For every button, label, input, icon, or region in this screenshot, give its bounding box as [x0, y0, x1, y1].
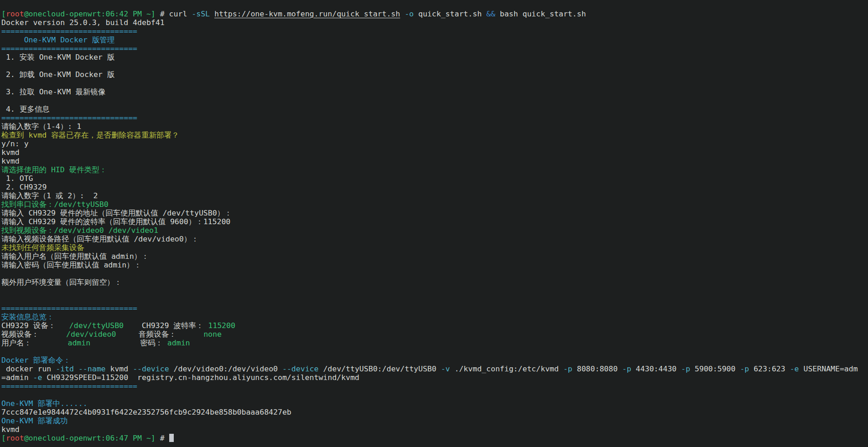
terminal-line: ==============================	[1, 113, 868, 122]
terminal-line: 请输入视频设备路径（回车使用默认值 /dev/video0）：	[1, 235, 868, 243]
terminal-line: y/n: y	[1, 139, 868, 148]
text-segment: --name	[78, 365, 106, 373]
terminal-line: 未找到任何音频采集设备	[1, 243, 868, 252]
terminal-line	[1, 287, 868, 295]
text-segment: bash quick_start.sh	[495, 10, 586, 18]
text-segment: 检查到 kvmd 容器已存在，是否删除容器重新部署？	[1, 131, 179, 139]
text-segment: 5900:5900	[690, 365, 740, 373]
terminal-line: =admin -e CH9329SPEED=115200 registry.cn…	[1, 373, 868, 382]
text-segment: none	[177, 330, 222, 339]
text-segment: -v	[441, 365, 450, 373]
text-segment: 2. CH9329	[1, 183, 47, 191]
terminal-line: 用户名： admin 密码： admin	[1, 339, 868, 347]
terminal-line: 额外用户环境变量（回车则留空）：	[1, 278, 868, 287]
terminal-line: 请输入 CH9329 硬件的波特率（回车使用默认值 9600）：115200	[1, 217, 868, 226]
terminal-line: 请输入数字（1 或 2）: 2	[1, 191, 868, 200]
text-segment: 7ccc847e1e9844472c4b0931f6422e2352756fcb…	[1, 408, 291, 416]
terminal-line: 2. CH9329	[1, 183, 868, 191]
terminal-line: CH9329 设备： /dev/ttyUSB0 CH9329 波特率： 1152…	[1, 321, 868, 330]
text-segment: 623:623	[749, 365, 790, 373]
text-segment: CH9329SPEED=115200 registry.cn-hangzhou.…	[42, 373, 359, 382]
terminal-line: ==============================	[1, 44, 868, 53]
text-segment: # curl	[156, 10, 192, 18]
terminal-line: 3. 拉取 One-KVM 最新镜像	[1, 87, 868, 96]
terminal-line: 找到视频设备：/dev/video0 /dev/video1	[1, 226, 868, 235]
text-segment: @onecloud-openwrt:06:47 PM ~]	[24, 434, 156, 442]
text-segment: [	[1, 10, 6, 18]
terminal-line: 视频设备： /dev/video0 音频设备： none	[1, 330, 868, 339]
text-segment: ./kvmd_config:/etc/kvmd	[450, 365, 563, 373]
text-segment: 请输入密码（回车使用默认值 admin）：	[1, 261, 141, 269]
text-segment: 额外用户环境变量（回车则留空）：	[1, 278, 122, 287]
terminal-line: 2. 卸载 One-KVM Docker 版	[1, 70, 868, 79]
text-segment: Docker 部署命令：	[1, 356, 71, 365]
terminal-line	[1, 347, 868, 356]
terminal-line	[1, 269, 868, 278]
terminal-line: ==============================	[1, 27, 868, 36]
text-segment: 请输入数字（1 或 2）: 2	[1, 191, 98, 200]
text-segment: -o	[405, 10, 414, 18]
text-segment: 3. 拉取 One-KVM 最新镜像	[1, 87, 105, 96]
terminal-line: 1. 安装 One-KVM Docker 版	[1, 53, 868, 62]
text-segment: #	[156, 434, 169, 442]
url-link[interactable]: https://one-kvm.mofeng.run/quick_start.s…	[214, 10, 400, 18]
terminal-line	[1, 295, 868, 304]
text-segment: 音频设备：	[116, 330, 176, 339]
text-segment: docker run	[1, 365, 56, 373]
text-segment: 4. 更多信息	[1, 105, 50, 113]
terminal-line: kvmd	[1, 148, 868, 157]
text-segment: root	[6, 434, 24, 442]
terminal-line: [root@onecloud-openwrt:06:47 PM ~] #	[1, 434, 868, 442]
terminal-line: 请输入密码（回车使用默认值 admin）：	[1, 261, 868, 269]
text-segment: 请输入 CH9329 硬件的地址（回车使用默认值 /dev/ttyUSB0）：	[1, 209, 232, 217]
text-segment: 未找到任何音频采集设备	[1, 243, 84, 252]
text-segment: Docker version 25.0.3, build 4debf41	[1, 18, 165, 27]
text-segment: 1. 安装 One-KVM Docker 版	[1, 53, 114, 62]
terminal-line: [root@onecloud-openwrt:06:42 PM ~] # cur…	[1, 10, 868, 18]
text-segment: -p	[740, 365, 749, 373]
text-segment: admin	[163, 339, 190, 347]
text-segment	[210, 10, 214, 18]
text-segment: root	[6, 10, 24, 18]
terminal-line: 请输入用户名（回车使用默认值 admin）：	[1, 252, 868, 261]
terminal-line: 请输入数字（1-4）: 1	[1, 122, 868, 131]
text-segment: admin	[31, 339, 90, 347]
text-segment: ==============================	[1, 44, 137, 53]
text-segment: 用户名：	[1, 339, 31, 347]
text-segment: 找到视频设备：/dev/video0 /dev/video1	[1, 226, 158, 235]
text-segment: 4430:4430	[631, 365, 681, 373]
text-segment: &&	[486, 10, 495, 18]
text-segment: 115200	[203, 321, 235, 330]
terminal-line: One-KVM 部署中......	[1, 399, 868, 408]
text-segment: /dev/ttyUSB0:/dev/ttyUSB0	[318, 365, 441, 373]
text-segment	[400, 10, 405, 18]
terminal-screen[interactable]: [root@onecloud-openwrt:06:42 PM ~] # cur…	[0, 0, 868, 447]
terminal-line: 请选择使用的 HID 硬件类型：	[1, 165, 868, 174]
text-segment: 请输入视频设备路径（回车使用默认值 /dev/video0）：	[1, 235, 199, 243]
cursor	[169, 434, 174, 442]
text-segment: /dev/video0:/dev/video0	[169, 365, 282, 373]
text-segment: 1. OTG	[1, 174, 33, 183]
terminal-line: 请输入 CH9329 硬件的地址（回车使用默认值 /dev/ttyUSB0）：	[1, 209, 868, 217]
text-segment: One-KVM 部署中......	[1, 399, 88, 408]
text-segment: /dev/video0	[39, 330, 116, 339]
text-segment: 2. 卸载 One-KVM Docker 版	[1, 70, 114, 79]
text-segment: quick_start.sh	[414, 10, 486, 18]
text-segment: 找到串口设备：/dev/ttyUSB0	[1, 200, 109, 209]
text-segment	[74, 365, 78, 373]
terminal-line: docker run -itd --name kvmd --device /de…	[1, 365, 868, 373]
terminal-line: 检查到 kvmd 容器已存在，是否删除容器重新部署？	[1, 131, 868, 139]
terminal-line: ==============================	[1, 304, 868, 313]
text-segment: =admin	[1, 373, 33, 382]
text-segment: CH9329 波特率：	[124, 321, 203, 330]
text-segment: 安装信息总览：	[1, 313, 54, 321]
terminal-line: ==============================	[1, 382, 868, 390]
text-segment: -p	[622, 365, 631, 373]
text-segment: -p	[681, 365, 690, 373]
terminal-line: One-KVM Docker 版管理	[1, 36, 868, 44]
text-segment: kvmd	[1, 425, 20, 434]
text-segment: CH9329 设备：	[1, 321, 56, 330]
text-segment: -e	[790, 365, 799, 373]
text-segment: -itd	[56, 365, 74, 373]
terminal-line: kvmd	[1, 425, 868, 434]
